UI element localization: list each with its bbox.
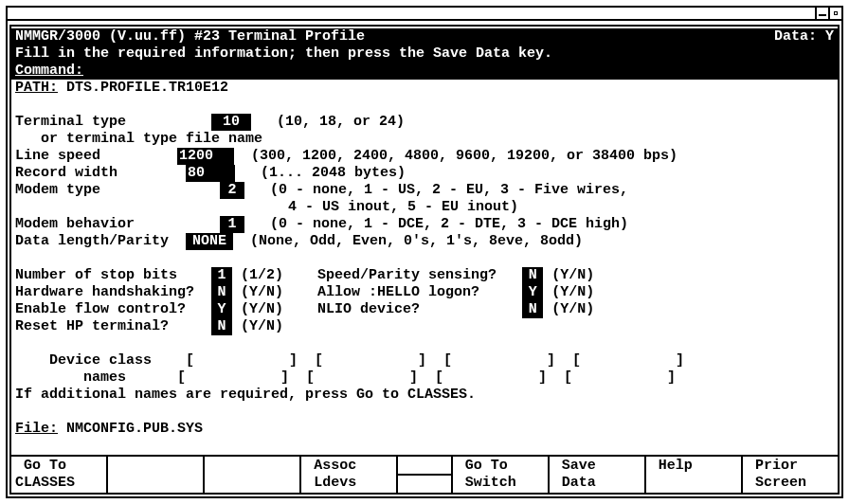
- modem-behavior-label: Modem behavior: [15, 216, 135, 232]
- softkey-f7[interactable]: Help: [646, 457, 743, 493]
- device-class-label1: Device class: [49, 352, 152, 369]
- modem-type-input[interactable]: 2: [220, 182, 244, 199]
- stop-bits-hint: (1/2): [241, 267, 283, 283]
- stop-bits-label: Number of stop bits: [15, 267, 177, 283]
- command-input[interactable]: [83, 63, 834, 80]
- modem-type-label: Modem type: [15, 182, 100, 198]
- hw-handshake-hint: (Y/N): [241, 284, 283, 300]
- terminal-screen: NMMGR/3000 (V.uu.ff) #23 Terminal Profil…: [9, 25, 840, 495]
- speed-parity-hint: (Y/N): [551, 267, 594, 283]
- terminal-file-label: or terminal type file name: [41, 131, 262, 147]
- hello-logon-label: Allow :HELLO logon?: [317, 284, 479, 300]
- screen-title-bar: NMMGR/3000 (V.uu.ff) #23 Terminal Profil…: [11, 28, 838, 45]
- record-width-hint: (1... 2048 bytes): [261, 165, 406, 181]
- terminal-type-input[interactable]: 10: [211, 114, 251, 131]
- hello-logon-hint: (Y/N): [551, 284, 594, 300]
- hello-logon-input[interactable]: Y: [522, 284, 543, 301]
- flow-control-hint: (Y/N): [241, 301, 283, 317]
- reset-hp-hint: (Y/N): [241, 318, 283, 334]
- hw-handshake-label: Hardware handshaking?: [15, 284, 194, 300]
- command-label: Command:: [15, 63, 83, 80]
- data-length-parity-label: Data length/Parity: [15, 233, 169, 249]
- softkey-gap: [398, 457, 452, 493]
- path-label: PATH:: [15, 80, 58, 96]
- form-content: Terminal type 10 (10, 18, or 24) or term…: [11, 97, 838, 421]
- softkey-f3[interactable]: [205, 457, 301, 493]
- speed-parity-label: Speed/Parity sensing?: [317, 267, 497, 283]
- file-line: File: NMCONFIG.PUB.SYS: [11, 421, 838, 438]
- instruction-line: Fill in the required information; then p…: [11, 45, 838, 63]
- modem-type-hint2: 4 - US inout, 5 - EU inout): [280, 199, 518, 215]
- reset-hp-input[interactable]: N: [211, 318, 232, 335]
- data-length-parity-input[interactable]: NONE: [186, 233, 233, 250]
- maximize-button[interactable]: [828, 8, 841, 19]
- modem-behavior-input[interactable]: 1: [220, 216, 244, 233]
- stop-bits-input[interactable]: 1: [211, 267, 232, 284]
- nlio-device-hint: (Y/N): [551, 301, 594, 317]
- softkey-f2[interactable]: [108, 457, 205, 493]
- device-class-label2: names: [83, 369, 126, 386]
- terminal-type-label: Terminal type: [15, 114, 126, 130]
- line-speed-hint: (300, 1200, 2400, 4800, 9600, 19200, or …: [251, 148, 677, 164]
- nlio-device-label: NLIO device?: [317, 301, 420, 317]
- window-frame: NMMGR/3000 (V.uu.ff) #23 Terminal Profil…: [6, 6, 843, 498]
- screen-title: NMMGR/3000 (V.uu.ff) #23 Terminal Profil…: [15, 28, 365, 45]
- softkey-f6[interactable]: Save Data: [550, 457, 646, 493]
- extra-names-msg: If additional names are required, press …: [15, 387, 834, 404]
- record-width-input[interactable]: 80: [186, 165, 235, 182]
- terminal-type-hint: (10, 18, or 24): [277, 114, 405, 130]
- data-flag: Data: Y: [774, 28, 834, 45]
- data-length-parity-hint: (None, Odd, Even, 0's, 1's, 8eve, 8odd): [250, 233, 583, 249]
- softkey-bar: Go ToCLASSES Assoc Ldevs Go To Switch Sa…: [11, 455, 838, 493]
- flow-control-input[interactable]: Y: [211, 301, 232, 318]
- modem-behavior-hint: (0 - none, 1 - DCE, 2 - DTE, 3 - DCE hig…: [270, 216, 628, 232]
- line-speed-input[interactable]: 1200: [177, 148, 234, 165]
- softkey-f5[interactable]: Go To Switch: [453, 457, 550, 493]
- hw-handshake-input[interactable]: N: [211, 284, 232, 301]
- minimize-button[interactable]: [815, 8, 828, 19]
- path-line: PATH: DTS.PROFILE.TR10E12: [11, 80, 838, 97]
- softkey-f1[interactable]: Go ToCLASSES: [11, 457, 108, 493]
- window-titlebar: [8, 8, 841, 21]
- line-speed-label: Line speed: [15, 148, 100, 164]
- command-line[interactable]: Command:: [11, 63, 838, 80]
- file-label: File:: [15, 421, 58, 437]
- modem-type-hint1: (0 - none, 1 - US, 2 - EU, 3 - Five wire…: [270, 182, 628, 198]
- softkey-f4[interactable]: Assoc Ldevs: [301, 457, 398, 493]
- nlio-device-input[interactable]: N: [522, 301, 543, 318]
- file-value: NMCONFIG.PUB.SYS: [66, 421, 203, 437]
- path-value: DTS.PROFILE.TR10E12: [66, 80, 228, 96]
- softkey-f8[interactable]: Prior Screen: [743, 457, 838, 493]
- speed-parity-input[interactable]: N: [522, 267, 543, 284]
- reset-hp-label: Reset HP terminal?: [15, 318, 169, 334]
- record-width-label: Record width: [15, 165, 117, 181]
- flow-control-label: Enable flow control?: [15, 301, 186, 317]
